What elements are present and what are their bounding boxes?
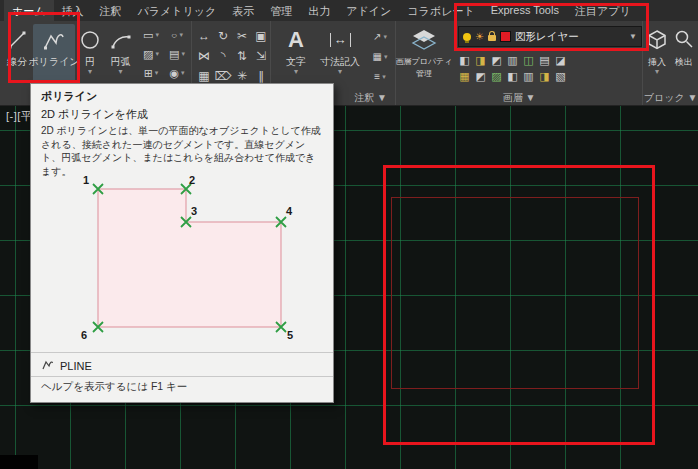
- vertex-label-6: 6: [81, 329, 87, 341]
- move-icon: ↔: [198, 29, 210, 43]
- trim-button[interactable]: ✂: [233, 26, 251, 45]
- layer-tool-6-icon: ▤: [539, 54, 549, 66]
- tab-home[interactable]: ホーム: [4, 0, 54, 21]
- layer-color-swatch[interactable]: [500, 31, 511, 42]
- scale-button[interactable]: ⇲: [252, 46, 270, 65]
- text-style-tool-button[interactable]: ≡▾: [367, 67, 393, 87]
- stretch-icon: ⇅: [237, 49, 247, 63]
- table-tool-button[interactable]: ▦▾: [367, 47, 393, 67]
- tab-featured-apps[interactable]: 注目アプリ: [567, 0, 639, 21]
- dropdown-arrow-icon[interactable]: ▼: [629, 32, 637, 41]
- chevron-down-icon: ▾: [384, 53, 388, 61]
- layer-tool-1-icon: ◧: [459, 54, 469, 66]
- mirror-icon: ⋈: [198, 49, 210, 63]
- text-icon: A: [288, 24, 304, 56]
- line-icon: [5, 24, 29, 56]
- insert-button[interactable]: 挿入 ▾: [644, 24, 670, 98]
- block-panel-label[interactable]: ブロック ▼: [643, 91, 698, 104]
- layer-tool-8[interactable]: ▦: [458, 66, 471, 80]
- layer-tool-10[interactable]: ▨: [490, 66, 503, 80]
- layer-tool-13[interactable]: ◨: [538, 66, 551, 80]
- layer-lock-icon[interactable]: [488, 35, 496, 41]
- annotation-extra-tools: ↗▾ ▦▾ ≡▾: [367, 27, 393, 87]
- point-icon: ◉: [169, 66, 179, 80]
- tab-view[interactable]: 表示: [224, 0, 262, 21]
- pline-command-icon: [41, 357, 54, 375]
- layer-tool-14-icon: ▧: [555, 70, 565, 82]
- layer-tool-7-icon: ◪: [555, 54, 565, 66]
- layer-dropdown[interactable]: ☀ 図形レイヤー ▼: [458, 26, 642, 47]
- layer-tool-9-icon: ◩: [475, 70, 485, 82]
- gradient-tool-button[interactable]: ▤▾: [164, 44, 190, 63]
- magnifier-icon: [673, 24, 695, 56]
- mirror-button[interactable]: ⋈: [195, 46, 213, 65]
- chevron-down-icon: ▾: [181, 69, 185, 77]
- layer-properties-label-line2: 管理: [416, 68, 432, 80]
- chevron-down-icon: ▾: [383, 33, 387, 41]
- layer-tool-4[interactable]: ▥: [506, 50, 519, 64]
- vertex-label-3: 3: [191, 205, 197, 217]
- layer-tool-6[interactable]: ▤: [538, 50, 551, 64]
- vertex-label-2: 2: [189, 174, 195, 186]
- tab-output[interactable]: 出力: [300, 0, 338, 21]
- tooltip-separator: [31, 376, 333, 377]
- layer-tool-1[interactable]: ◧: [458, 50, 471, 64]
- point-tool-button[interactable]: ◉▾: [164, 63, 190, 82]
- chevron-down-icon: ▾: [88, 68, 92, 76]
- layer-on-bulb-icon[interactable]: [463, 33, 471, 41]
- layer-tool-5[interactable]: ◫: [522, 50, 535, 64]
- boundary-tool-button[interactable]: ⊞▾: [138, 63, 164, 82]
- tab-addins[interactable]: アドイン: [338, 0, 399, 21]
- tooltip-separator: [31, 352, 333, 353]
- layer-tool-11[interactable]: ◧: [506, 66, 519, 80]
- tab-annotate[interactable]: 注釈: [92, 0, 130, 21]
- hatch-icon: ▨: [143, 47, 153, 61]
- tab-manage[interactable]: 管理: [262, 0, 300, 21]
- stretch-button[interactable]: ⇅: [233, 46, 251, 65]
- modify-tools-grid: ↔ ↻ ✂ ▣ ⋈ ◝ ⇅ ⇲ ▦ ⌦ ✳ ∥: [195, 26, 270, 85]
- chevron-down-icon: ▾: [155, 31, 159, 39]
- layer-freeze-sun-icon[interactable]: ☀: [475, 32, 484, 42]
- layer-tool-2-icon: ◨: [475, 54, 485, 66]
- cad-rectangle[interactable]: [391, 197, 639, 389]
- hatch-tool-button[interactable]: ▨▾: [138, 44, 164, 63]
- layer-panel-label[interactable]: 画層 ▼: [396, 91, 642, 104]
- help-hint: ヘルプを表示するには F1 キー: [41, 380, 187, 394]
- block-panel: 挿入 ▾ 検出 ブロック ▼: [643, 21, 698, 105]
- command-row: PLINE: [41, 357, 92, 375]
- layer-tool-4-icon: ▥: [507, 54, 517, 66]
- layer-tool-12[interactable]: ▥: [522, 66, 535, 80]
- ribbon-tab-bar: ホーム 挿入 注釈 パラメトリック 表示 管理 出力 アドイン コラボレート E…: [0, 0, 698, 21]
- detect-button[interactable]: 検出: [671, 24, 697, 98]
- chevron-down-icon: ▾: [118, 68, 122, 76]
- layer-tool-14[interactable]: ▧: [554, 66, 567, 80]
- ellipse-tool-button[interactable]: ○▾: [164, 25, 190, 44]
- chevron-down-icon: ▾: [155, 50, 159, 58]
- circle-icon: [78, 24, 102, 56]
- fillet-button[interactable]: ◝: [214, 46, 232, 65]
- tab-insert[interactable]: 挿入: [54, 0, 92, 21]
- copy-icon: ▣: [255, 29, 266, 43]
- copy-button[interactable]: ▣: [252, 26, 270, 45]
- rotate-button[interactable]: ↻: [214, 26, 232, 45]
- layer-properties-button[interactable]: 画層プロパティ 管理: [396, 24, 452, 98]
- polyline-illustration: 1 2 3 4 5 6: [31, 180, 333, 352]
- scale-icon: ⇲: [256, 49, 266, 63]
- polyline-icon: [42, 24, 66, 56]
- ellipse-icon: ○: [171, 29, 178, 39]
- rectangle-tool-button[interactable]: ▭▾: [138, 25, 164, 44]
- layer-tool-9[interactable]: ◩: [474, 66, 487, 80]
- tooltip-subtitle: 2D ポリラインを作成: [41, 107, 148, 122]
- layer-tools-row-1: ◧ ◨ ◩ ▥ ◫ ▤ ◪: [458, 50, 567, 64]
- layer-tool-3[interactable]: ◩: [490, 50, 503, 64]
- layer-tool-7[interactable]: ◪: [554, 50, 567, 64]
- tab-express-tools[interactable]: Express Tools: [483, 0, 567, 21]
- tab-parametric[interactable]: パラメトリック: [130, 0, 225, 21]
- leader-tool-button[interactable]: ↗▾: [367, 27, 393, 47]
- dimension-icon: ↔: [330, 24, 351, 56]
- chevron-down-icon: ▾: [294, 68, 298, 76]
- move-button[interactable]: ↔: [195, 26, 213, 45]
- layer-tool-2[interactable]: ◨: [474, 50, 487, 64]
- vertex-label-4: 4: [286, 205, 292, 217]
- tab-collaborate[interactable]: コラボレート: [399, 0, 482, 21]
